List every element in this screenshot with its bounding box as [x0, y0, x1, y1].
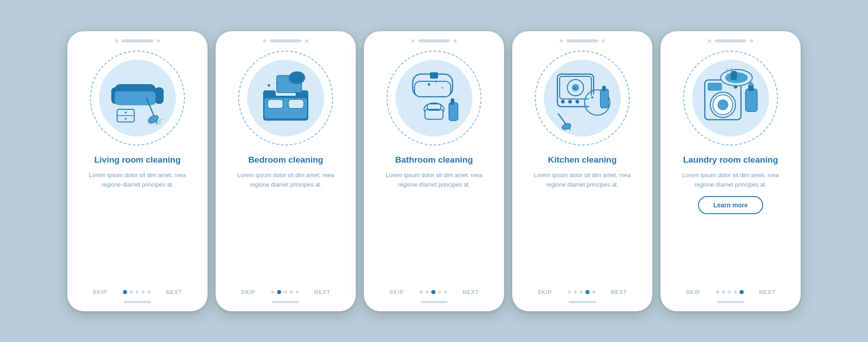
learn-more-button[interactable]: Learn more: [698, 196, 763, 214]
card-title: Bathroom cleaning: [395, 155, 473, 166]
card-body: Lorem ipsum dolor sit dim amet, mea regi…: [673, 171, 788, 190]
inactive-dot[interactable]: [722, 290, 725, 294]
svg-text:✦: ✦: [266, 82, 272, 89]
top-dot: [560, 39, 563, 42]
phone-screen-bedroom: ✦ ✦ ✦ Bedroom cleaningLorem ipsum dolor …: [216, 31, 356, 311]
bottom-handle: [569, 301, 596, 303]
svg-rect-3: [115, 91, 156, 105]
living-room-icon: [104, 64, 171, 132]
top-line: [270, 39, 302, 42]
inactive-dot[interactable]: [592, 290, 595, 294]
phone-top-bar: [216, 31, 356, 46]
skip-button[interactable]: SKIP: [93, 289, 107, 295]
nav-bar: SKIPNEXT: [377, 285, 491, 295]
svg-point-7: [125, 118, 127, 120]
active-dot[interactable]: [277, 290, 281, 294]
top-line: [715, 39, 746, 42]
svg-point-39: [568, 100, 572, 103]
phone-screen-kitchen: ✦ ✦ ✦ Kitchen cleaningLorem ipsum dolor …: [512, 31, 652, 311]
active-dot[interactable]: [431, 290, 435, 294]
inactive-dot[interactable]: [271, 290, 274, 294]
bottom-handle: [272, 301, 299, 303]
svg-rect-16: [268, 99, 283, 108]
phone-top-bar: [512, 31, 652, 46]
nav-bar: SKIPNEXT: [228, 285, 343, 295]
inactive-dot[interactable]: [444, 290, 447, 294]
next-button[interactable]: NEXT: [314, 289, 330, 295]
svg-point-9: [147, 113, 160, 124]
inactive-dot[interactable]: [438, 290, 441, 294]
inactive-dot[interactable]: [425, 290, 429, 294]
inactive-dot[interactable]: [568, 290, 571, 294]
svg-rect-58: [745, 89, 757, 112]
svg-rect-27: [425, 109, 443, 119]
inactive-dot[interactable]: [580, 290, 583, 294]
card-body: Lorem ipsum dolor sit dim amet, mea regi…: [80, 171, 195, 190]
pagination-dots: [123, 290, 151, 294]
inactive-dot[interactable]: [136, 290, 139, 294]
svg-rect-17: [288, 99, 304, 108]
top-line: [418, 39, 450, 42]
active-dot[interactable]: [740, 290, 744, 294]
inactive-dot[interactable]: [296, 290, 299, 294]
phone-screen-living-room: Living room cleaningLorem ipsum dolor si…: [67, 31, 208, 311]
active-dot[interactable]: [585, 290, 590, 294]
next-button[interactable]: NEXT: [462, 289, 479, 295]
next-button[interactable]: NEXT: [759, 289, 775, 295]
nav-bar: SKIPNEXT: [673, 285, 788, 295]
screens-container: Living room cleaningLorem ipsum dolor si…: [67, 31, 801, 311]
card-content: Kitchen cleaningLorem ipsum dolor sit di…: [512, 155, 652, 295]
inactive-dot[interactable]: [420, 290, 423, 294]
next-button[interactable]: NEXT: [611, 289, 627, 295]
card-body: Lorem ipsum dolor sit dim amet, mea regi…: [377, 171, 491, 190]
inactive-dot[interactable]: [147, 290, 151, 294]
inactive-dot[interactable]: [716, 290, 719, 294]
top-dot: [157, 39, 160, 42]
inactive-dot[interactable]: [284, 290, 287, 294]
skip-button[interactable]: SKIP: [241, 289, 255, 295]
top-dot: [305, 39, 308, 42]
phone-top-bar: [364, 31, 504, 46]
top-dot: [602, 39, 605, 42]
bottom-handle: [124, 301, 151, 303]
phone-top-bar: [660, 31, 801, 46]
svg-text:✦: ✦: [283, 86, 286, 90]
bottom-handle: [420, 301, 448, 303]
inactive-dot[interactable]: [574, 290, 577, 294]
svg-point-55: [717, 99, 728, 110]
illustration-living-room: [85, 46, 189, 150]
active-dot[interactable]: [123, 290, 127, 294]
nav-bar: SKIPNEXT: [80, 285, 195, 295]
inactive-dot[interactable]: [142, 290, 145, 294]
inactive-dot[interactable]: [728, 290, 731, 294]
top-dot: [708, 39, 711, 42]
inactive-dot[interactable]: [290, 290, 293, 294]
svg-point-40: [576, 100, 579, 103]
next-button[interactable]: NEXT: [166, 289, 182, 295]
inactive-dot[interactable]: [734, 290, 737, 294]
svg-rect-46: [602, 86, 606, 91]
card-content: Living room cleaningLorem ipsum dolor si…: [67, 155, 208, 295]
svg-text:✦: ✦: [441, 86, 444, 90]
pagination-dots: [420, 290, 447, 294]
laundry-icon: [697, 64, 764, 132]
skip-button[interactable]: SKIP: [686, 289, 700, 295]
svg-text:✦: ✦: [275, 80, 279, 85]
svg-rect-29: [449, 103, 458, 121]
illustration-laundry: [679, 46, 783, 150]
phone-screen-bathroom: ✦ ✦ ✦ Bathroom cleaningLorem ipsum dolor…: [364, 31, 504, 311]
illustration-bedroom: ✦ ✦ ✦: [234, 46, 338, 150]
skip-button[interactable]: SKIP: [538, 289, 552, 295]
illustration-bathroom: ✦ ✦ ✦: [382, 46, 486, 150]
card-content: Bedroom cleaningLorem ipsum dolor sit di…: [216, 155, 356, 295]
nav-bar: SKIPNEXT: [525, 285, 640, 295]
svg-rect-2: [155, 88, 163, 103]
kitchen-icon: ✦ ✦ ✦: [548, 64, 616, 132]
inactive-dot[interactable]: [130, 290, 133, 294]
card-body: Lorem ipsum dolor sit dim amet, mea regi…: [525, 171, 640, 190]
bedroom-icon: ✦ ✦ ✦: [252, 64, 320, 132]
skip-button[interactable]: SKIP: [389, 289, 404, 295]
phone-screen-laundry: Laundry room cleaningLorem ipsum dolor s…: [660, 31, 801, 311]
svg-point-6: [125, 112, 127, 113]
top-line: [566, 39, 598, 42]
